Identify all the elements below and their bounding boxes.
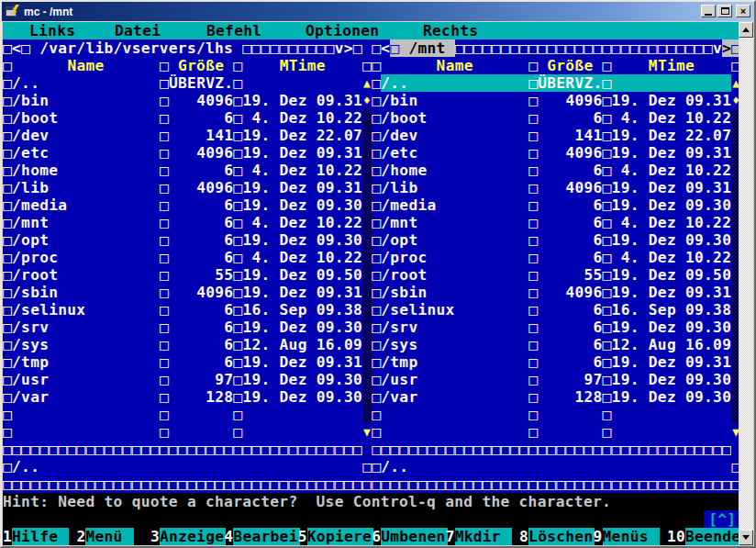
file-row[interactable]: /..ÜBERVZ. [3,74,372,92]
function-key-button[interactable]: 8Löschen [519,528,593,545]
menu-datei[interactable]: Datei [115,22,161,39]
panel-scroll-up-icon[interactable]: ▲ [362,74,372,92]
file-mtime: 19. Dez 09.31 [612,179,732,196]
file-row[interactable]: /boot6 4. Dez 10.22 [3,109,372,127]
scrollback-top-indicator[interactable]: [^] [704,510,740,528]
function-key-button[interactable]: 1Hilfe [3,528,76,545]
close-button[interactable]: × [736,5,750,17]
file-row[interactable]: /..ÜBERVZ. [372,74,740,92]
menu-rechts[interactable]: Rechts [423,22,478,39]
command-line[interactable]: m3n78:/mnt# [^] [3,510,740,528]
file-size: 6 [169,249,233,266]
menu-optionen[interactable]: Optionen [306,22,379,39]
file-row[interactable]: /etc409619. Dez 09.31 [372,144,740,162]
function-key-button[interactable]: 6Umbenen [372,528,445,545]
left-panel-menu-button[interactable]: v [335,39,344,57]
file-row[interactable]: /lib409619. Dez 09.31 [3,179,372,196]
file-row[interactable]: /media619. Dez 09.30 [3,196,372,214]
right-sort-size[interactable]: Größe [538,57,602,74]
file-mtime: 19. Dez 09.31 [242,92,362,109]
right-sort-name[interactable]: Name [381,57,528,74]
file-size: 4096 [538,92,602,109]
function-key-button[interactable]: 5Kopiere [298,528,372,545]
file-row[interactable]: /opt619. Dez 09.30 [3,231,372,249]
frame-glyph [372,353,381,371]
frame-glyph [3,92,12,109]
file-size: 97 [169,371,233,388]
file-row[interactable]: /sys612. Aug 16.09 [3,336,372,353]
empty-row [3,406,372,423]
file-row[interactable]: /tmp619. Dez 09.31 [3,353,372,371]
function-key-button[interactable]: 4Bearbei [224,528,297,545]
file-row[interactable]: /sbin409619. Dez 09.31 [3,284,372,301]
file-row[interactable]: /bin409619. Dez 09.31 [3,92,372,109]
file-row[interactable]: /root5519. Dez 09.50 [372,266,740,284]
file-row[interactable]: /var12819. Dez 09.30 [3,388,372,406]
menu-befehl[interactable]: Befehl [206,22,261,39]
right-sort-mtime[interactable]: MTime [612,57,732,74]
right-panel-menu-button[interactable]: v [713,39,722,57]
file-mtime [612,74,732,92]
maximize-button[interactable] [717,5,732,17]
function-key-button[interactable]: 10Beende [667,528,740,545]
function-key-button[interactable]: 7Mkdir [446,528,519,545]
left-file-list: /..ÜBERVZ./bin409619. Dez 09.31/boot6 4.… [3,74,372,406]
file-row[interactable]: /etc409619. Dez 09.31 [3,144,372,162]
file-row[interactable]: /sys612. Aug 16.09 [372,336,740,353]
menu-links[interactable]: Links [29,22,75,39]
function-key-button[interactable]: 9Menüs [594,528,667,545]
file-row[interactable]: /usr9719. Dez 09.30 [372,371,740,388]
file-row[interactable]: /tmp619. Dez 09.31 [372,353,740,371]
file-row[interactable]: /boot6 4. Dez 10.22 [372,109,740,127]
frame-glyph [3,196,12,214]
file-name: /selinux [381,301,528,319]
scrollbar-down-button[interactable] [739,530,753,545]
file-row[interactable]: /proc6 4. Dez 10.22 [3,249,372,266]
column-separator [160,423,169,441]
file-row[interactable]: /dev14119. Dez 22.07 [372,127,740,144]
file-row[interactable]: /root5519. Dez 09.50 [3,266,372,284]
file-row[interactable]: /selinux616. Sep 09.38 [3,301,372,319]
file-row[interactable]: /var12819. Dez 09.30 [372,388,740,406]
right-panel-path[interactable]: /mnt [399,39,454,57]
file-row[interactable]: /selinux616. Sep 09.38 [372,301,740,319]
left-sort-mtime[interactable]: MTime [242,57,362,74]
frame-glyph [372,144,381,162]
column-separator [233,266,242,284]
file-row[interactable]: /sbin409619. Dez 09.31 [372,284,740,301]
panel-scroll-track[interactable] [362,109,372,423]
file-row[interactable]: /proc6 4. Dez 10.22 [372,249,740,266]
file-row[interactable]: /usr9719. Dez 09.30 [3,371,372,388]
file-row[interactable]: /media619. Dez 09.30 [372,196,740,214]
panel-scroll-down-icon[interactable]: ▼ [362,423,372,441]
right-history-forward-button[interactable]: > [722,39,731,57]
frame-glyph [372,74,381,92]
minimize-button[interactable] [701,5,716,17]
left-history-back-button[interactable]: < [12,39,21,57]
window-scrollbar[interactable] [739,22,753,545]
file-row[interactable]: /bin409619. Dez 09.31 [372,92,740,109]
file-size: 6 [169,336,233,353]
frame-fill [372,475,740,493]
file-row[interactable]: /mnt6 4. Dez 10.22 [372,214,740,231]
left-history-forward-button[interactable]: > [344,39,353,57]
left-panel-scrollbar[interactable]: ▲♦▼ [362,74,372,458]
left-sort-size[interactable]: Größe [169,57,233,74]
file-row[interactable]: /opt619. Dez 09.30 [372,231,740,249]
function-key-button[interactable]: 3Anzeige [150,528,224,545]
file-row[interactable]: /lib409619. Dez 09.31 [372,179,740,196]
left-panel-path[interactable]: /var/lib/vservers/lhs [30,39,242,57]
function-key-button[interactable]: 2Menü [76,528,150,545]
title-bar[interactable]: mc - /mnt × [2,2,754,21]
file-row[interactable]: /mnt6 4. Dez 10.22 [3,214,372,231]
file-row[interactable]: /home6 4. Dez 10.22 [372,162,740,179]
left-sort-name[interactable]: Name [12,57,160,74]
frame-glyph [3,423,12,441]
panel-scroll-thumb-icon[interactable]: ♦ [362,92,372,109]
file-row[interactable]: /srv619. Dez 09.30 [3,319,372,336]
scrollbar-up-button[interactable] [739,22,753,38]
file-row[interactable]: /srv619. Dez 09.30 [372,319,740,336]
right-history-back-button[interactable]: < [381,39,390,57]
file-row[interactable]: /dev14119. Dez 22.07 [3,127,372,144]
file-row[interactable]: /home6 4. Dez 10.22 [3,162,372,179]
